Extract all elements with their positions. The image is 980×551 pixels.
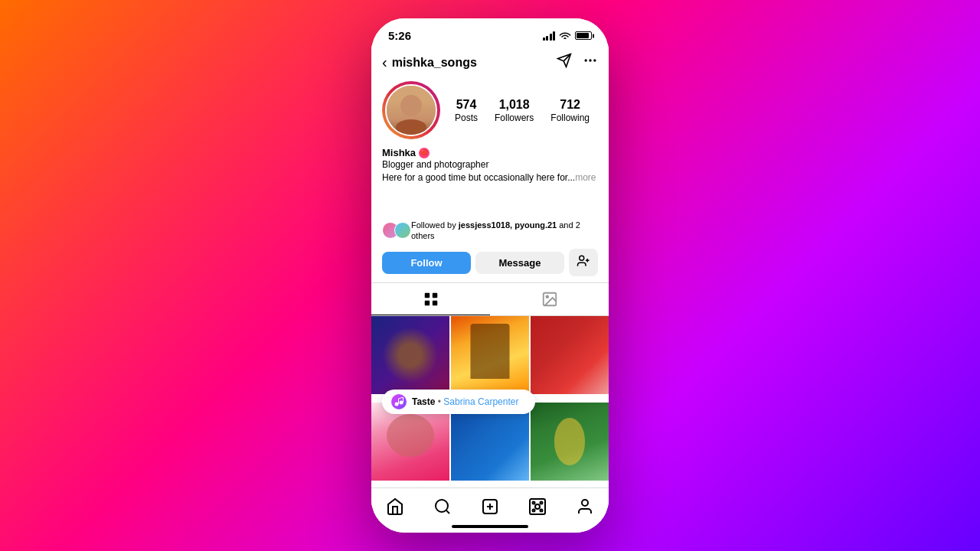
grid-cell-6[interactable] [531, 403, 609, 481]
followed-by: Followed by jessjess1018, pyoung.21 and … [371, 217, 609, 246]
profile-tabs [371, 282, 609, 316]
grid-cell-1[interactable] [371, 316, 449, 394]
nav-profile[interactable] [570, 494, 600, 519]
svg-point-13 [546, 296, 548, 298]
follower-avatars [382, 222, 407, 239]
svg-point-5 [580, 256, 584, 260]
profile-username: mishka_songs [392, 56, 477, 70]
message-button[interactable]: Message [475, 252, 564, 274]
status-bar: 5:26 [371, 18, 609, 47]
followers-stat[interactable]: 1,018 Followers [495, 98, 534, 123]
posts-label: Posts [455, 112, 478, 123]
svg-point-4 [400, 400, 403, 404]
nav-search[interactable] [427, 494, 458, 519]
svg-point-3 [395, 402, 399, 406]
bio-more-link[interactable]: more [575, 172, 596, 183]
following-label: Following [550, 112, 590, 123]
follower-avatar-2 [394, 222, 411, 239]
svg-point-25 [582, 500, 588, 506]
profile-name: Mishka 🔴 [382, 147, 598, 158]
battery-icon [575, 31, 592, 40]
svg-point-1 [589, 59, 591, 61]
wifi-icon [559, 30, 571, 41]
app-content: ‹ mishka_songs [371, 47, 609, 533]
tab-tagged[interactable] [490, 283, 609, 315]
avatar-face [387, 86, 436, 135]
avatar [385, 84, 437, 136]
header-left: ‹ mishka_songs [382, 54, 477, 71]
nav-reels[interactable] [522, 494, 553, 519]
grid-cell-5[interactable] [451, 403, 529, 481]
tab-grid[interactable] [371, 283, 490, 315]
svg-point-0 [585, 59, 587, 61]
svg-rect-8 [424, 293, 429, 298]
profile-header: ‹ mishka_songs [371, 47, 609, 78]
avatar-container [382, 81, 440, 139]
followers-label: Followers [495, 112, 534, 123]
following-stat[interactable]: 712 Following [550, 98, 590, 123]
nav-home[interactable] [380, 494, 410, 519]
profile-stats-row: 574 Posts 1,018 Followers 712 Following [371, 78, 609, 145]
avatar-ring [382, 81, 440, 139]
music-tooltip[interactable]: Taste • Sabrina Carpenter [382, 390, 535, 414]
bio-section: Mishka 🔴 Blogger and photographer Here f… [371, 145, 609, 189]
music-info: Taste • Sabrina Carpenter [412, 396, 518, 407]
grid-cell-3[interactable] [531, 316, 609, 394]
follow-button[interactable]: Follow [382, 252, 471, 274]
music-artist: Sabrina Carpenter [443, 396, 518, 407]
posts-count: 574 [456, 98, 477, 112]
send-icon[interactable] [557, 53, 572, 72]
grid-cell-2[interactable] [451, 316, 529, 394]
following-count: 712 [560, 98, 580, 112]
music-note-icon [391, 394, 407, 409]
home-pill [452, 525, 528, 528]
svg-rect-9 [432, 293, 436, 298]
signal-bars-icon [543, 31, 556, 41]
svg-line-15 [446, 510, 449, 514]
svg-rect-10 [424, 301, 429, 305]
svg-point-2 [593, 59, 596, 61]
status-icons [543, 30, 593, 41]
svg-point-22 [541, 502, 543, 504]
svg-rect-19 [530, 499, 545, 514]
grid-cell-4[interactable] [371, 403, 449, 481]
svg-point-20 [535, 504, 540, 509]
stats-container: 574 Posts 1,018 Followers 712 Following [446, 98, 598, 123]
status-time: 5:26 [388, 29, 411, 42]
svg-point-24 [541, 510, 543, 512]
more-options-icon[interactable] [583, 53, 598, 72]
phone-shell: 5:26 ‹ mishka_songs [371, 18, 609, 533]
bottom-nav [371, 487, 609, 522]
header-right [557, 53, 598, 72]
action-buttons: Follow Message [371, 246, 609, 282]
verified-badge: 🔴 [419, 148, 430, 158]
back-button[interactable]: ‹ [382, 54, 387, 71]
posts-stat[interactable]: 574 Posts [455, 98, 478, 123]
svg-rect-11 [432, 301, 436, 305]
add-friend-button[interactable] [569, 249, 598, 276]
music-tooltip-container: Taste • Sabrina Carpenter [371, 189, 609, 217]
nav-add[interactable] [475, 494, 505, 519]
svg-point-14 [436, 500, 448, 512]
bio-text: Blogger and photographer Here for a good… [382, 158, 598, 184]
svg-point-23 [533, 510, 535, 512]
followers-count: 1,018 [499, 98, 530, 112]
svg-point-21 [533, 502, 535, 504]
followed-text: Followed by jessjess1018, pyoung.21 and … [411, 220, 598, 242]
